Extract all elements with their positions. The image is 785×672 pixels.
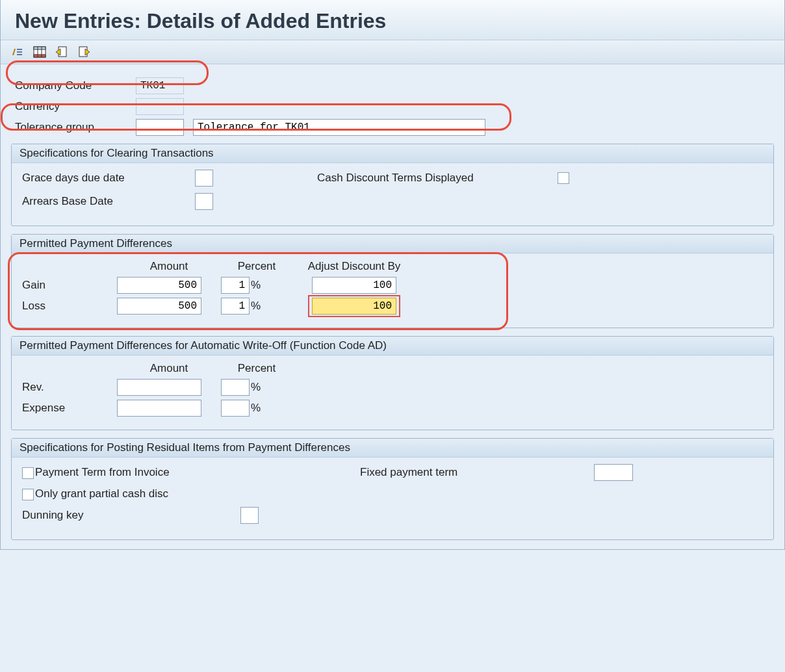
expense-amount-input[interactable] — [117, 400, 201, 417]
dunning-key-label: Dunning key — [19, 509, 240, 522]
gain-label: Gain — [19, 279, 117, 292]
col-percent-label: Percent — [221, 260, 292, 273]
next-entry-icon[interactable] — [76, 44, 92, 60]
dunning-key-input[interactable] — [240, 507, 259, 524]
svg-rect-1 — [34, 47, 45, 49]
tolerance-group-desc-input[interactable] — [193, 119, 485, 136]
fixed-payment-term-input[interactable] — [594, 464, 633, 481]
grace-days-input[interactable] — [195, 170, 213, 187]
expense-percent-input[interactable] — [221, 400, 250, 417]
loss-amount-input[interactable] — [117, 298, 201, 315]
group-payment-diff-title: Permitted Payment Differences — [12, 235, 773, 253]
auto-col-amount-label: Amount — [117, 362, 221, 375]
table-settings-icon[interactable] — [32, 44, 47, 60]
group-payment-diff: Permitted Payment Differences Amount Per… — [11, 234, 774, 328]
auto-col-percent-label: Percent — [221, 362, 292, 375]
payment-term-invoice-checkbox[interactable] — [22, 467, 34, 479]
toggle-icon[interactable] — [10, 44, 25, 60]
rev-percent-input[interactable] — [221, 379, 250, 396]
group-auto-writeoff: Permitted Payment Differences for Automa… — [11, 336, 774, 430]
rev-label: Rev. — [19, 381, 117, 394]
group-clearing: Specifications for Clearing Transactions… — [11, 144, 774, 226]
gain-amount-input[interactable] — [117, 277, 201, 294]
col-amount-label: Amount — [117, 260, 221, 273]
group-residual-title: Specifications for Posting Residual Item… — [12, 439, 773, 458]
currency-label: Currency — [6, 100, 136, 113]
rev-amount-input[interactable] — [117, 379, 201, 396]
partial-cash-disc-checkbox[interactable] — [22, 489, 34, 500]
payment-term-invoice-label: Payment Term from Invoice — [35, 466, 360, 479]
prev-entry-icon[interactable] — [54, 44, 70, 60]
partial-cash-disc-label: Only grant partial cash disc — [35, 487, 360, 500]
gain-percent-input[interactable] — [221, 277, 250, 294]
page-title: New Entries: Details of Added Entries — [15, 9, 770, 33]
group-clearing-title: Specifications for Clearing Transactions — [12, 144, 773, 163]
col-adjust-label: Adjust Discount By — [292, 260, 416, 273]
arrears-input[interactable] — [195, 193, 213, 210]
cash-discount-checkbox[interactable] — [558, 172, 569, 184]
grace-days-label: Grace days due date — [19, 172, 195, 185]
title-bar: New Entries: Details of Added Entries — [1, 0, 784, 40]
loss-label: Loss — [19, 300, 117, 313]
group-auto-writeoff-title: Permitted Payment Differences for Automa… — [12, 337, 773, 355]
company-code-value: TK01 — [136, 77, 184, 94]
tolerance-group-code-input[interactable] — [136, 119, 184, 136]
cash-discount-label: Cash Discount Terms Displayed — [317, 172, 558, 185]
expense-label: Expense — [19, 402, 117, 415]
tolerance-group-label: Tolerance group — [6, 121, 136, 134]
svg-rect-2 — [34, 55, 45, 57]
currency-value — [136, 98, 184, 115]
gain-adjust-input[interactable] — [312, 277, 396, 294]
loss-adjust-input[interactable] — [312, 298, 396, 315]
arrears-label: Arrears Base Date — [19, 195, 195, 208]
loss-percent-input[interactable] — [221, 298, 250, 315]
company-code-label: Company Code — [6, 79, 136, 92]
group-residual: Specifications for Posting Residual Item… — [11, 438, 774, 540]
toolbar — [1, 40, 784, 64]
fixed-payment-term-label: Fixed payment term — [360, 466, 594, 479]
